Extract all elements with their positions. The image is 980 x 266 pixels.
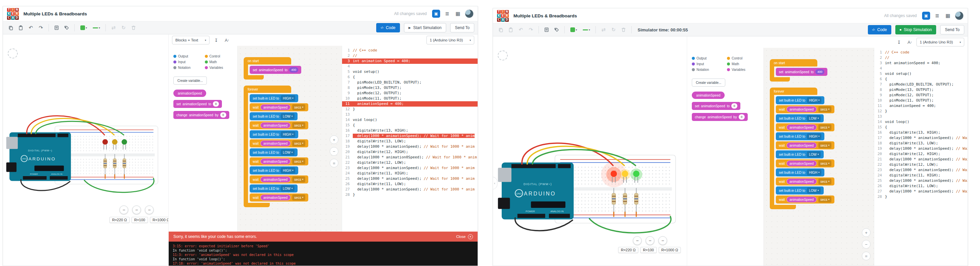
change-variable-block[interactable]: changeanimationSpeedby0 — [173, 111, 229, 119]
palette-category-math[interactable]: Math — [727, 62, 759, 66]
palette-category-input[interactable]: Input — [692, 62, 724, 66]
create-variable-button[interactable]: Create variable... — [173, 76, 207, 84]
units-dropdown[interactable]: secs▾ — [292, 104, 305, 110]
download-code-icon[interactable]: ↧ — [895, 38, 903, 46]
units-dropdown[interactable]: secs▾ — [818, 142, 831, 148]
minus-stepper-button[interactable]: − — [119, 206, 128, 214]
minus-stepper-button[interactable]: − — [646, 236, 654, 245]
variable-pill[interactable]: animationSpeed — [260, 176, 291, 182]
set-built-in-led-block[interactable]: set built-in LED toHIGH▾ — [250, 130, 298, 138]
component-color-dropdown[interactable]: ▾ — [568, 25, 579, 34]
mirror-icon[interactable]: ⇄ — [109, 24, 118, 32]
palette-category-input[interactable]: Input — [173, 60, 202, 64]
download-code-icon[interactable]: ↧ — [212, 36, 220, 44]
set-built-in-led-block[interactable]: set built-in LED toHIGH▾ — [776, 168, 824, 176]
notes-icon[interactable] — [542, 25, 551, 34]
set-variable-block[interactable]: setanimationSpeedto0 — [692, 102, 740, 110]
text-size-icon[interactable]: A↕ — [223, 36, 231, 44]
units-dropdown[interactable]: secs▾ — [292, 176, 305, 182]
copy-icon[interactable] — [6, 24, 15, 32]
set-built-in-led-block[interactable]: set built-in LED toLOW▾ — [776, 187, 824, 195]
value-input[interactable]: 0 — [220, 112, 226, 118]
palette-category-output[interactable]: Output — [692, 57, 724, 60]
grid-view-icon[interactable]: ▦ — [944, 12, 951, 19]
wait-block[interactable]: waitanimationSpeedsecs▾ — [250, 157, 308, 165]
state-dropdown[interactable]: HIGH▾ — [807, 169, 822, 176]
label-icon[interactable] — [62, 24, 71, 32]
delete-icon[interactable] — [129, 24, 138, 32]
tinkercad-logo[interactable]: TINKERCAD — [7, 8, 19, 20]
component-color-dropdown[interactable]: ▾ — [78, 24, 89, 32]
led-green[interactable] — [121, 139, 127, 145]
stop-simulation-button[interactable]: ■Stop Simulation — [895, 25, 936, 35]
forever-block[interactable]: forever set built-in LED toHIGH▾waitanim… — [770, 87, 874, 209]
close-error-button[interactable]: Close ✕ — [456, 234, 473, 239]
on-start-block[interactable]: on start setanimationSpeedto400 — [770, 59, 874, 82]
wait-block[interactable]: waitanimationSpeedsecs▾ — [776, 195, 834, 204]
variable-block[interactable]: animationSpeed — [173, 90, 206, 97]
state-dropdown[interactable]: LOW▾ — [807, 151, 821, 157]
state-dropdown[interactable]: HIGH▾ — [807, 133, 822, 139]
set-variable-block[interactable]: setanimationSpeedto400 — [250, 66, 301, 74]
zoom-in-icon[interactable]: + — [862, 228, 870, 237]
set-built-in-led-block[interactable]: set built-in LED toLOW▾ — [776, 114, 824, 122]
circuit-canvas-area[interactable]: ‹ DIGITAL (PWM~) ARDUINO UNO POWER ANALO… — [493, 36, 687, 266]
code-button[interactable]: ‹/›Code — [868, 25, 891, 35]
board-dropdown[interactable]: 1 (Arduino Uno R3)▾ — [426, 36, 474, 44]
list-view-icon[interactable]: ≣ — [444, 10, 451, 17]
variable-pill[interactable]: animationSpeed — [260, 140, 291, 146]
palette-category-math[interactable]: Math — [205, 60, 234, 64]
rotate-icon[interactable]: ↻ — [119, 24, 128, 32]
palette-category-variables[interactable]: Variables — [727, 68, 759, 71]
led-yellow[interactable] — [112, 139, 118, 145]
wait-block[interactable]: waitanimationSpeedsecs▾ — [776, 105, 834, 113]
components-drawer-toggle[interactable] — [498, 51, 508, 60]
on-start-block[interactable]: on start setanimationSpeedto400 — [243, 57, 342, 79]
value-input[interactable]: 0 — [739, 114, 745, 120]
zoom-out-icon[interactable]: − — [862, 240, 870, 249]
rotate-icon[interactable]: ↻ — [609, 25, 618, 34]
variable-pill[interactable]: animationSpeed — [786, 196, 817, 203]
palette-category-control[interactable]: Control — [727, 57, 759, 60]
undo-icon[interactable]: ↶ — [27, 24, 35, 32]
app-icon[interactable]: ▣ — [922, 12, 930, 20]
palette-category-variables[interactable]: Variables — [205, 66, 234, 70]
wait-block[interactable]: waitanimationSpeedsecs▾ — [250, 103, 308, 111]
text-size-icon[interactable]: A↕ — [906, 38, 914, 46]
variable-block[interactable]: animationSpeed — [692, 92, 725, 99]
minus-stepper-button[interactable]: − — [145, 206, 154, 214]
grid-view-icon[interactable]: ▦ — [454, 10, 461, 17]
led-red[interactable] — [102, 139, 108, 145]
units-dropdown[interactable]: secs▾ — [818, 160, 831, 166]
variable-pill[interactable]: animationSpeed — [786, 160, 817, 166]
units-dropdown[interactable]: secs▾ — [818, 196, 831, 203]
variable-pill[interactable]: animationSpeed — [260, 195, 291, 201]
units-dropdown[interactable]: secs▾ — [818, 106, 831, 112]
create-variable-button[interactable]: Create variable... — [692, 79, 725, 87]
variable-pill[interactable]: animationSpeed — [786, 142, 817, 148]
state-dropdown[interactable]: LOW▾ — [281, 185, 294, 192]
wait-block[interactable]: waitanimationSpeedsecs▾ — [250, 121, 308, 129]
redo-icon[interactable]: ↷ — [527, 25, 535, 34]
minus-stepper-button[interactable]: − — [633, 236, 642, 245]
value-input[interactable]: 0 — [213, 101, 219, 107]
state-dropdown[interactable]: HIGH▾ — [281, 168, 296, 173]
set-built-in-led-block[interactable]: set built-in LED toHIGH▾ — [776, 96, 824, 104]
state-dropdown[interactable]: LOW▾ — [281, 113, 294, 119]
start-simulation-button[interactable]: ▶Start Simulation — [404, 23, 447, 32]
state-dropdown[interactable]: LOW▾ — [807, 115, 821, 121]
minus-stepper-button[interactable]: − — [132, 206, 141, 214]
wait-block[interactable]: waitanimationSpeedsecs▾ — [250, 193, 308, 201]
value-input[interactable]: 400 — [289, 67, 298, 73]
avatar[interactable] — [465, 10, 474, 18]
redo-icon[interactable]: ↷ — [37, 24, 45, 32]
set-built-in-led-block[interactable]: set built-in LED toHIGH▾ — [250, 94, 298, 102]
app-icon[interactable]: ▣ — [432, 10, 440, 18]
set-built-in-led-block[interactable]: set built-in LED toLOW▾ — [776, 150, 824, 158]
variable-pill[interactable]: animationSpeed — [260, 158, 291, 165]
set-built-in-led-block[interactable]: set built-in LED toLOW▾ — [250, 184, 298, 193]
undo-icon[interactable]: ↶ — [517, 25, 525, 34]
led-red[interactable] — [611, 170, 617, 177]
code-editor[interactable]: 1// C++ code2//3int animationSpeed = 400… — [874, 48, 967, 266]
edit-mode-dropdown[interactable]: Blocks + Text▾ — [172, 36, 210, 44]
